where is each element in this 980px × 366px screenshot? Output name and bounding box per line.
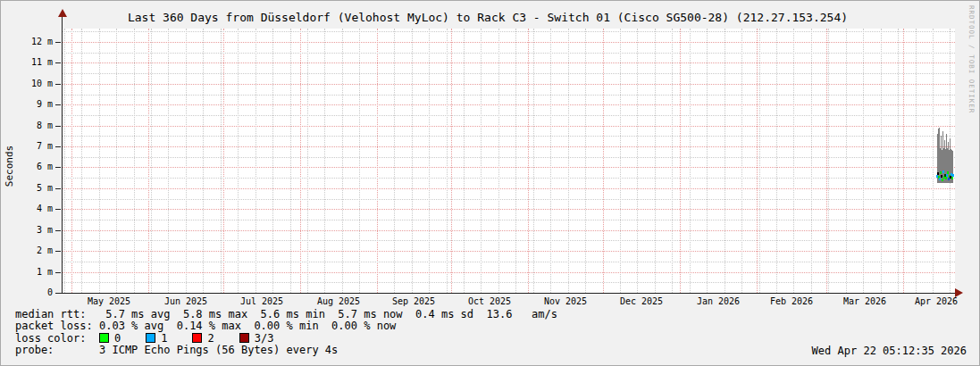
minor-gridline (655, 29, 656, 293)
y-tick (55, 126, 61, 127)
y-tick-label: 8 m (13, 121, 53, 131)
y-axis-line (62, 13, 63, 294)
packet-loss-value: 0.03 % avg 0.14 % max 0.00 % min 0.00 % … (99, 320, 396, 332)
major-gridline (62, 230, 955, 231)
loss-legend-value: 0 (114, 332, 121, 345)
minor-gridline (62, 73, 955, 74)
minor-gridline (62, 136, 955, 137)
minor-gridline (272, 29, 273, 293)
loss-color-swatch (239, 333, 249, 343)
loss-color-label: loss color: (15, 333, 99, 345)
month-gridline (223, 29, 224, 293)
x-tick-label: Dec 2025 (608, 296, 674, 307)
minor-gridline (168, 29, 169, 293)
loss-color-row: loss color: 0123/3 (15, 333, 557, 345)
minor-gridline (846, 29, 847, 293)
y-tick-label: 2 m (13, 245, 53, 256)
rrdtool-watermark: RRDTOOL / TOBI OETIKER (967, 5, 976, 113)
minor-gridline (898, 29, 899, 293)
minor-gridline (62, 262, 955, 262)
minor-gridline (342, 29, 343, 293)
minor-gridline (62, 220, 955, 220)
y-tick (55, 209, 61, 210)
median-point (937, 172, 939, 175)
minor-gridline (255, 29, 256, 293)
minor-gridline (186, 29, 187, 293)
median-rtt-row: median rtt: 5.7 ms avg 5.8 ms max 5.6 ms… (15, 309, 557, 320)
month-gridline (903, 29, 904, 293)
probe-label: probe: (15, 345, 99, 356)
y-tick (55, 42, 61, 43)
month-gridline (603, 29, 604, 293)
minor-gridline (62, 199, 955, 200)
major-gridline (62, 42, 955, 43)
loss-legend-value: 1 (161, 332, 167, 345)
month-gridline (451, 29, 452, 293)
y-tick-label: 11 m (13, 57, 53, 68)
loss-color-swatch (99, 333, 109, 343)
minor-gridline (498, 29, 499, 293)
minor-gridline (793, 29, 794, 293)
median-point (947, 171, 949, 174)
median-point (942, 179, 943, 181)
median-point (942, 171, 944, 173)
minor-gridline (62, 240, 955, 241)
median-point (952, 174, 954, 177)
y-tick (55, 84, 61, 85)
median-point (941, 175, 942, 178)
minor-gridline (99, 29, 100, 293)
minor-gridline (776, 29, 777, 293)
major-gridline (62, 126, 955, 127)
major-gridline (62, 167, 955, 168)
median-rtt-label: median rtt: (15, 309, 99, 320)
month-gridline (826, 29, 827, 293)
y-tick-label: 12 m (13, 37, 53, 47)
probe-row: probe: 3 ICMP Echo Pings (56 Bytes) ever… (15, 345, 557, 356)
minor-gridline (464, 29, 465, 293)
y-axis-arrow-icon (58, 9, 67, 17)
x-tick-label: Jun 2025 (153, 296, 219, 307)
minor-gridline (447, 29, 448, 293)
loss-legend-item: 2 (192, 333, 214, 345)
y-tick-label: 5 m (13, 183, 53, 194)
minor-gridline (62, 53, 955, 54)
month-gridline (148, 29, 149, 293)
x-tick-label: Feb 2026 (758, 296, 825, 307)
major-gridline (62, 104, 955, 105)
loss-legend-items: 0123/3 (99, 332, 298, 345)
y-axis-title: Seconds (4, 99, 16, 233)
minor-gridline (916, 29, 917, 293)
y-tick (55, 251, 61, 252)
x-tick-label: Sep 2025 (381, 296, 447, 307)
y-tick (55, 167, 61, 168)
loss-color-swatch (146, 333, 155, 343)
y-tick-label: 1 m (13, 267, 53, 278)
minor-gridline (863, 29, 864, 293)
minor-gridline (238, 29, 239, 293)
x-tick-label: May 2025 (76, 296, 142, 307)
minor-gridline (759, 29, 760, 293)
minor-gridline (324, 29, 325, 293)
x-tick-label: Jan 2026 (685, 296, 751, 307)
minor-gridline (933, 29, 934, 293)
minor-gridline (394, 29, 395, 293)
minor-gridline (62, 115, 955, 116)
loss-color-swatch (192, 333, 202, 343)
y-tick (55, 293, 61, 294)
minor-gridline (62, 282, 955, 283)
y-tick-label: 6 m (13, 162, 53, 172)
minor-gridline (203, 29, 204, 293)
y-tick-label: 7 m (13, 141, 53, 152)
minor-gridline (828, 29, 829, 293)
minor-gridline (134, 29, 135, 293)
minor-gridline (533, 29, 534, 293)
minor-gridline (481, 29, 482, 293)
minor-gridline (62, 31, 955, 32)
x-axis-line (56, 293, 956, 294)
chart-title: Last 360 Days from Düsseldorf (Velohost … (1, 11, 975, 24)
median-point (940, 171, 942, 174)
minor-gridline (81, 29, 82, 293)
median-point (939, 178, 941, 180)
y-tick-label: 10 m (13, 79, 53, 89)
loss-legend-value: 3/3 (255, 332, 274, 345)
